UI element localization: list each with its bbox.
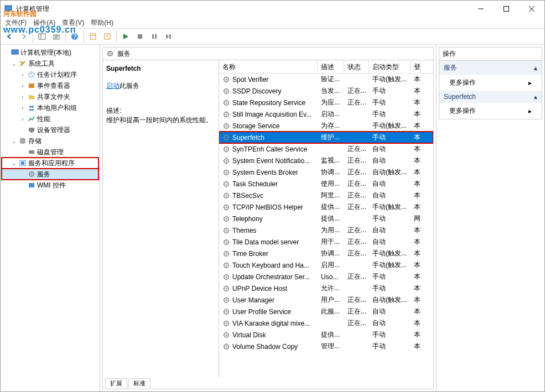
service-row[interactable]: Tile Data model server用于...正在...自动本 <box>219 236 433 248</box>
svg-rect-17 <box>152 34 154 39</box>
service-row[interactable]: Storage Service为存...手动(触发...本 <box>219 120 433 132</box>
actions-pane: 操作 服务▴ 更多操作▸ Superfetch▴ 更多操作▸ <box>437 45 544 391</box>
svg-point-53 <box>226 171 227 173</box>
service-row[interactable]: Themes为用...正在...自动本 <box>219 224 433 236</box>
col-desc[interactable]: 描述 <box>318 60 344 73</box>
app-icon <box>4 4 13 13</box>
service-row[interactable]: SSDP Discovery当发...正在...手动本 <box>219 85 433 97</box>
start-link[interactable]: 启动 <box>106 82 120 90</box>
svg-point-81 <box>226 334 227 336</box>
disk-icon <box>27 148 36 156</box>
col-logon[interactable]: 登 <box>411 60 421 73</box>
svg-point-23 <box>29 106 32 108</box>
menu-view[interactable]: 查看(V) <box>62 18 84 28</box>
tree-task-scheduler[interactable]: ›任务计划程序 <box>2 69 98 80</box>
titlebar: 计算机管理 <box>1 1 544 17</box>
svg-point-71 <box>226 276 227 278</box>
export-button[interactable] <box>50 30 63 43</box>
tab-standard[interactable]: 标准 <box>128 378 150 388</box>
tree-device-manager[interactable]: 设备管理器 <box>2 124 98 135</box>
show-hide-tree-button[interactable] <box>35 30 49 43</box>
svg-point-83 <box>226 346 227 347</box>
tree-services-apps[interactable]: ⌄服务和应用程序 <box>2 158 98 169</box>
svg-point-37 <box>226 79 227 80</box>
clock-icon <box>27 70 36 79</box>
properties2-button[interactable] <box>101 30 114 43</box>
svg-rect-28 <box>29 150 34 154</box>
service-row[interactable]: State Repository Service为应...正在...手动本 <box>219 97 433 108</box>
restart-service-button[interactable] <box>162 30 175 43</box>
service-row[interactable]: SynTPEnh Caller Service正在...自动本 <box>219 143 433 155</box>
tree-event-viewer[interactable]: ›事件查看器 <box>2 80 98 91</box>
tree-local-users[interactable]: ›本地用户和组 <box>2 102 98 113</box>
menubar: 文件(F) 操作(A) 查看(V) 帮助(H) <box>1 17 544 28</box>
service-row[interactable]: TBSecSvc阿里...正在...自动本 <box>219 190 433 201</box>
service-row[interactable]: User Profile Service此服...正在...自动本 <box>219 306 433 317</box>
maximize-button[interactable] <box>494 1 519 17</box>
start-service-button[interactable] <box>119 30 132 43</box>
close-button[interactable] <box>519 1 544 17</box>
back-button[interactable] <box>3 30 16 43</box>
col-start[interactable]: 启动类型 <box>369 60 411 73</box>
service-row[interactable]: Still Image Acquisition Ev...启动...手动本 <box>219 108 433 120</box>
tree-performance[interactable]: ›性能 <box>2 113 98 124</box>
svg-rect-0 <box>5 6 12 11</box>
tree-system-tools[interactable]: ⌄系统工具 <box>2 58 98 69</box>
tree-shared-folders[interactable]: ›共享文件夹 <box>2 91 98 102</box>
menu-help[interactable]: 帮助(H) <box>91 18 113 28</box>
svg-point-51 <box>226 160 227 161</box>
service-row[interactable]: UPnP Device Host允许...手动本 <box>219 283 433 294</box>
svg-rect-22 <box>29 83 34 88</box>
service-row[interactable]: Virtual Disk提供...手动本 <box>219 329 433 341</box>
event-icon <box>27 81 36 90</box>
service-row[interactable]: Superfetch维护...手动本 <box>219 132 433 143</box>
navigation-tree[interactable]: 计算机管理(本地) ⌄系统工具 ›任务计划程序 ›事件查看器 ›共享文件夹 ›本… <box>1 45 100 391</box>
service-row[interactable]: System Event Notificatio...监视...正在...自动本 <box>219 155 433 166</box>
list-header: 名称 描述 状态 启动类型 登 <box>219 60 433 74</box>
service-row[interactable]: VIA Karaoke digital mixe...正在...自动本 <box>219 317 433 329</box>
collapse-icon: ▴ <box>534 64 537 72</box>
pause-service-button[interactable] <box>148 30 161 43</box>
forward-button[interactable] <box>17 30 30 43</box>
svg-rect-1 <box>7 11 10 12</box>
minimize-button[interactable] <box>468 1 494 17</box>
tree-services[interactable]: 服务 <box>2 169 98 180</box>
help-button[interactable]: ? <box>68 30 81 43</box>
svg-text:?: ? <box>73 33 77 40</box>
tree-wmi[interactable]: WMI 控件 <box>2 180 98 191</box>
storage-icon <box>18 137 27 145</box>
actions-group-services[interactable]: 服务▴ <box>439 61 542 75</box>
service-row[interactable]: TCP/IP NetBIOS Helper提供...正在...手动(触发...本 <box>219 201 433 213</box>
service-row[interactable]: Volume Shadow Copy管理...手动本 <box>219 341 433 352</box>
service-row[interactable]: Time Broker协调...正在...手动(触发...本 <box>219 248 433 259</box>
start-service-link-row: 启动此服务 <box>106 81 215 91</box>
service-row[interactable]: Touch Keyboard and Ha...启用...手动(触发...本 <box>219 259 433 271</box>
service-row[interactable]: Update Orchestrator Ser...Uso...正在...手动本 <box>219 271 433 283</box>
tools-icon <box>18 59 27 68</box>
services-list[interactable]: 名称 描述 状态 启动类型 登 Spot Verifier验证...手动(触发.… <box>219 60 433 377</box>
service-row[interactable]: Task Scheduler使用...正在...自动本 <box>219 178 433 190</box>
svg-point-79 <box>226 322 227 324</box>
properties-button[interactable] <box>86 30 100 43</box>
tree-storage[interactable]: ⌄存储 <box>2 135 98 147</box>
actions-more-1[interactable]: 更多操作▸ <box>439 75 542 91</box>
actions-group-selected[interactable]: Superfetch▴ <box>439 91 542 103</box>
menu-file[interactable]: 文件(F) <box>5 18 27 28</box>
service-row[interactable]: Telephony提供...手动网 <box>219 213 433 224</box>
svg-point-69 <box>226 264 227 266</box>
svg-point-45 <box>226 125 227 127</box>
service-row[interactable]: System Events Broker协调...正在...自动(触发...本 <box>219 166 433 178</box>
main-header-title: 服务 <box>117 49 131 59</box>
menu-action[interactable]: 操作(A) <box>33 18 55 28</box>
collapse-icon: ▴ <box>534 93 537 101</box>
col-name[interactable]: 名称 <box>219 60 318 73</box>
actions-more-2[interactable]: 更多操作▸ <box>439 103 542 119</box>
service-row[interactable]: Spot Verifier验证...手动(触发...本 <box>219 74 433 85</box>
tab-extended[interactable]: 扩展 <box>105 378 127 388</box>
col-status[interactable]: 状态 <box>344 60 369 73</box>
tree-root[interactable]: 计算机管理(本地) <box>2 47 98 58</box>
tree-disk-mgmt[interactable]: 磁盘管理 <box>2 147 98 158</box>
chevron-right-icon: ▸ <box>528 79 532 87</box>
stop-service-button[interactable] <box>133 30 147 43</box>
service-row[interactable]: User Manager用户...正在...自动(触发...本 <box>219 294 433 306</box>
